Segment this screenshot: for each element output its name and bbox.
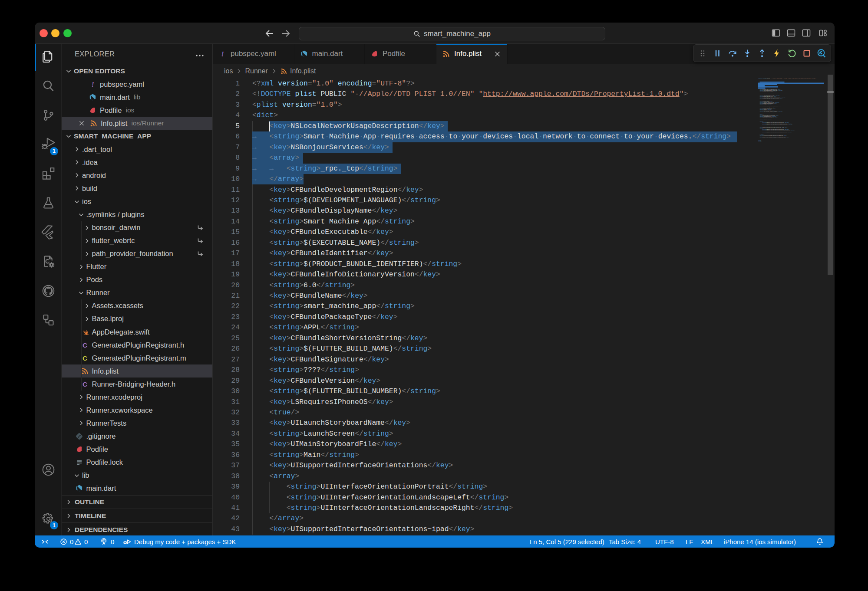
open-editor-pubspec.yaml[interactable]: ! pubspec.yaml bbox=[62, 78, 213, 91]
activity-bar-item-explorer[interactable] bbox=[35, 44, 62, 71]
explorer-actions-button[interactable] bbox=[195, 50, 205, 61]
line-number: 10 bbox=[213, 174, 240, 184]
section-header-open-editors-header[interactable]: OPEN EDITORS bbox=[62, 65, 213, 78]
tree-folder-flutter_webrtc[interactable]: flutter_webrtc bbox=[62, 234, 213, 247]
tree-folder-Flutter[interactable]: Flutter bbox=[62, 260, 213, 273]
section-header-dependencies[interactable]: DEPENDENCIES bbox=[62, 522, 213, 535]
activity-bar-item-settings[interactable]: 1 bbox=[35, 506, 62, 533]
activity-bar-item-github[interactable] bbox=[35, 278, 62, 305]
tree-folder-Base.lproj[interactable]: Base.lproj bbox=[62, 312, 213, 325]
tree-file-.gitignore[interactable]: .gitignore bbox=[62, 430, 213, 443]
tree-folder-Pods[interactable]: Pods bbox=[62, 273, 213, 286]
status-cursor-position[interactable]: Ln 5, Col 5 (229 selected) bbox=[530, 535, 604, 548]
tab-main.dart[interactable]: main.dart bbox=[294, 44, 365, 64]
tree-label: AppDelegate.swift bbox=[92, 328, 150, 336]
code-line-22: 22 <string>smart_machine_app</string> bbox=[213, 301, 835, 312]
status-language-mode[interactable]: XML bbox=[701, 535, 714, 548]
tree-folder-RunnerTests[interactable]: RunnerTests bbox=[62, 417, 213, 430]
layout-sidebar-left-icon[interactable] bbox=[772, 29, 780, 37]
tree-folder-Runner.xcworkspace[interactable]: Runner.xcworkspace bbox=[62, 404, 213, 417]
debug-pause-button[interactable] bbox=[712, 48, 723, 59]
status-ports[interactable]: 0 bbox=[100, 535, 114, 548]
layout-panel-icon[interactable] bbox=[787, 29, 795, 37]
activity-bar-item-search[interactable] bbox=[35, 73, 62, 100]
tree-file-AppDelegate.swift[interactable]: AppDelegate.swift bbox=[62, 325, 213, 338]
window-minimize-button[interactable] bbox=[51, 29, 59, 37]
tree-folder-Runner[interactable]: Runner bbox=[62, 286, 213, 299]
code-editor[interactable]: 1<?xml version="1.0" encoding="UTF-8"?>2… bbox=[213, 79, 835, 535]
close-icon[interactable] bbox=[78, 120, 85, 127]
status-notifications[interactable] bbox=[816, 535, 824, 548]
debug-gripper-button[interactable] bbox=[697, 48, 708, 59]
history-forward-button[interactable] bbox=[281, 28, 291, 39]
code-line-text: <key>CFBundleDevelopmentRegion</key> bbox=[252, 185, 423, 195]
status-device[interactable]: iPhone 14 (ios simulator) bbox=[724, 535, 796, 548]
open-editor-Podfile[interactable]: Podfileios bbox=[62, 104, 213, 117]
tree-file-GeneratedPluginRegistrant.m[interactable]: C GeneratedPluginRegistrant.m bbox=[62, 351, 213, 364]
activity-bar-item-run-and-debug[interactable]: 1 bbox=[35, 132, 62, 159]
tree-folder-Runner.xcodeproj[interactable]: Runner.xcodeproj bbox=[62, 391, 213, 404]
section-header-project-root[interactable]: SMART_MACHINE_APP bbox=[62, 130, 213, 143]
debug-step-over-button[interactable] bbox=[727, 48, 738, 59]
activity-bar-item-remote-explorer[interactable] bbox=[35, 308, 62, 335]
tree-folder-bonsoir_darwin[interactable]: bonsoir_darwin bbox=[62, 221, 213, 234]
tree-folder-path_provider_foundation[interactable]: path_provider_foundation bbox=[62, 247, 213, 260]
command-center-search[interactable]: smart_machine_app bbox=[299, 27, 605, 40]
tab-Info.plist[interactable]: Info.plist bbox=[436, 44, 508, 64]
activity-bar-item-source-control[interactable] bbox=[35, 102, 62, 129]
tree-file-main.dart[interactable]: main.dart bbox=[62, 482, 213, 495]
tab-Podfile[interactable]: Podfile bbox=[365, 44, 436, 64]
tree-folder-Assets.xcassets[interactable]: Assets.xcassets bbox=[62, 299, 213, 312]
status-debug-session[interactable]: Debug my code + packages + SDK bbox=[123, 535, 236, 548]
svg-text:C: C bbox=[82, 354, 87, 361]
status-encoding[interactable]: UTF-8 bbox=[655, 535, 674, 548]
window-zoom-button[interactable] bbox=[63, 29, 72, 37]
status-errors[interactable]: 0 bbox=[60, 535, 73, 548]
tree-file-Runner-Bridging-Header.h[interactable]: C Runner-Bridging-Header.h bbox=[62, 378, 213, 391]
status-warnings[interactable]: 0 bbox=[74, 535, 88, 548]
tree-file-Info.plist[interactable]: Info.plist bbox=[62, 364, 213, 378]
tree-folder-.idea[interactable]: .idea bbox=[62, 156, 213, 169]
tab-pubspec.yaml[interactable]: ! pubspec.yaml bbox=[213, 44, 294, 64]
window-close-button[interactable] bbox=[40, 29, 48, 37]
minimap[interactable]: <?xml version="1.0" encoding="UTF-8"?><!… bbox=[758, 79, 827, 535]
activity-bar-item-testing[interactable] bbox=[35, 190, 62, 217]
tree-file-GeneratedPluginRegistrant.h[interactable]: C GeneratedPluginRegistrant.h bbox=[62, 338, 213, 351]
open-editor-label: main.dart bbox=[100, 93, 130, 102]
tree-file-Podfile[interactable]: Podfile bbox=[62, 443, 213, 456]
status-eol[interactable]: LF bbox=[686, 535, 693, 548]
tree-folder-.dart_tool[interactable]: .dart_tool bbox=[62, 143, 213, 156]
activity-bar-item-cpp-tools[interactable] bbox=[35, 249, 62, 276]
breadcrumb-item-Runner[interactable]: Runner bbox=[245, 67, 267, 75]
scrollbar-slider[interactable] bbox=[828, 75, 833, 275]
tree-folder-lib[interactable]: lib bbox=[62, 469, 213, 482]
layout-customize-icon[interactable] bbox=[818, 29, 827, 37]
section-header-timeline[interactable]: TIMELINE bbox=[62, 509, 213, 522]
activity-bar-item-flutter[interactable] bbox=[35, 220, 62, 246]
debug-open-devtools-button[interactable] bbox=[816, 48, 827, 59]
debug-step-into-button[interactable] bbox=[742, 48, 752, 59]
history-back-button[interactable] bbox=[264, 28, 275, 39]
tree-file-Podfile.lock[interactable]: Podfile.lock bbox=[62, 456, 213, 469]
debug-step-out-button[interactable] bbox=[757, 48, 767, 59]
breadcrumb-item-ios[interactable]: ios bbox=[224, 67, 233, 75]
tree-folder-android[interactable]: android bbox=[62, 169, 213, 182]
breadcrumb-item-Info.plist[interactable]: Info.plist bbox=[280, 67, 316, 75]
activity-bar-item-accounts[interactable] bbox=[35, 457, 62, 484]
editor-scrollbar[interactable] bbox=[827, 79, 834, 535]
status-remote[interactable] bbox=[41, 535, 49, 548]
debug-stop-button[interactable] bbox=[802, 48, 812, 59]
activity-bar-item-extensions[interactable] bbox=[35, 161, 62, 188]
close-icon[interactable] bbox=[494, 50, 501, 58]
open-editor-Info.plist[interactable]: Info.plistios/Runner bbox=[62, 117, 213, 130]
tree-folder-build[interactable]: build bbox=[62, 182, 213, 195]
open-editor-main.dart[interactable]: main.dartlib bbox=[62, 91, 213, 104]
layout-sidebar-right-icon[interactable] bbox=[802, 29, 811, 37]
debug-hot-reload-button[interactable] bbox=[772, 48, 782, 59]
section-header-outline[interactable]: OUTLINE bbox=[62, 495, 213, 509]
status-indentation[interactable]: Tab Size: 4 bbox=[609, 535, 641, 548]
debug-restart-button[interactable] bbox=[787, 48, 797, 59]
tree-folder-.symlinks / plugins[interactable]: .symlinks / plugins bbox=[62, 208, 213, 221]
tab-label: main.dart bbox=[312, 49, 343, 58]
tree-folder-ios[interactable]: ios bbox=[62, 195, 213, 208]
